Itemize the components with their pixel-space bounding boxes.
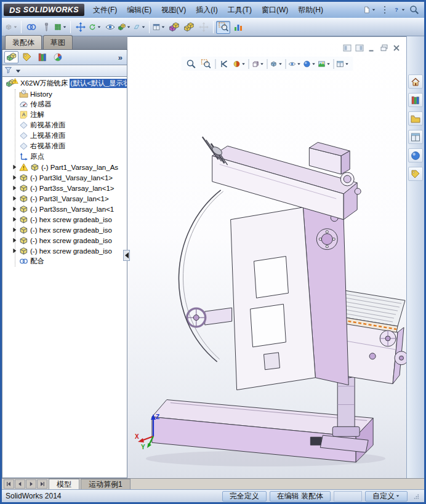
window-split-right-button[interactable] [355, 43, 364, 52]
expand-arrow-icon[interactable] [11, 238, 17, 243]
status-segment-1[interactable]: 在编辑 装配体 [270, 491, 331, 502]
menu-insert[interactable]: 插入(I) [191, 2, 222, 18]
minimize-document-button[interactable] [367, 43, 377, 52]
section-view-button[interactable] [232, 57, 246, 70]
view-settings-button-caret[interactable] [344, 62, 349, 66]
tree-item-hex-screw-2[interactable]: (-) hex screw gradeab_iso [2, 225, 127, 235]
menu-edit[interactable]: 编辑(E) [122, 2, 156, 18]
file-explorer-tab[interactable] [408, 111, 423, 126]
bill-of-materials-button[interactable] [152, 21, 166, 34]
featuremanager-tree-tab[interactable] [4, 51, 18, 63]
apply-scene-button[interactable] [317, 57, 331, 70]
status-segment-3-caret[interactable] [395, 494, 400, 498]
close-document-button[interactable] [392, 43, 401, 52]
tree-item-annotations[interactable]: A注解 [2, 110, 127, 120]
tree-item-hex-screw-3[interactable]: (-) hex screw gradeab_iso [2, 235, 127, 246]
previous-tab-button[interactable] [15, 479, 25, 489]
graphics-area[interactable]: Z X Y [127, 36, 406, 478]
model-milling-machine[interactable] [127, 37, 406, 478]
expand-arrow-icon[interactable] [11, 196, 17, 201]
panel-flyout-arrow[interactable] [123, 250, 130, 261]
displaymanager-tab[interactable] [50, 51, 65, 63]
view-orientation-button[interactable] [251, 57, 265, 70]
edit-appearance-button[interactable] [302, 57, 316, 70]
help-button[interactable]: ? [392, 4, 406, 17]
previous-view-button[interactable] [217, 57, 231, 70]
commandmanager-tab-assembly[interactable]: 装配体 [5, 35, 42, 49]
document-tab-motion-study-1[interactable]: 运动算例1 [81, 479, 131, 489]
menu-tools[interactable]: 工具(T) [223, 2, 257, 18]
exploded-view-button[interactable] [167, 21, 181, 34]
more-commands-button[interactable] [377, 4, 392, 17]
view-palette-tab[interactable] [408, 130, 423, 144]
expand-arrow-icon[interactable] [11, 217, 17, 222]
assembly-features-button[interactable] [118, 21, 132, 34]
expand-arrow-icon[interactable] [11, 248, 17, 254]
first-tab-button[interactable] [4, 479, 14, 489]
tree-item-part3ss[interactable]: (-) Part3ss_Varsay_lan<1> [2, 183, 127, 193]
window-split-left-button[interactable] [342, 43, 352, 52]
tree-item-hex-screw-4[interactable]: (-) hex screw gradeab_iso [2, 246, 127, 256]
document-tab-model[interactable]: 模型 [49, 479, 79, 489]
bill-of-materials-button-caret[interactable] [161, 25, 166, 30]
configurationmanager-tab[interactable] [35, 51, 49, 63]
move-component-button[interactable] [73, 21, 87, 34]
tree-item-front-plane[interactable]: 前视基准面 [2, 120, 127, 130]
zoom-to-fit-button[interactable] [184, 57, 198, 70]
help-button-caret[interactable] [401, 7, 406, 12]
rotate-component-button[interactable] [88, 21, 102, 34]
tree-item-hex-screw-1[interactable]: (-) hex screw gradeab_iso [2, 214, 127, 225]
tree-item-part3ssn[interactable]: (-) Part3ssn_Varsay_lan<1 [2, 204, 127, 214]
last-tab-button[interactable] [37, 479, 47, 489]
expand-arrow-icon[interactable] [11, 164, 17, 170]
next-tab-button[interactable] [26, 479, 36, 489]
design-library-tab[interactable] [408, 93, 423, 107]
display-style-button-caret[interactable] [278, 62, 283, 66]
tree-item-part3l[interactable]: (-) Part3l_Varsay_lan<1> [2, 193, 127, 204]
tree-item-history[interactable]: History [2, 89, 127, 99]
menu-help[interactable]: 帮助(H) [293, 2, 328, 18]
restore-document-button[interactable] [379, 43, 389, 52]
tree-root[interactable]: X62W万能铣床 (默认<默认_显示状态-1>) [2, 78, 127, 89]
smart-fasteners-button[interactable] [39, 21, 53, 34]
tree-item-sensors[interactable]: 传感器 [2, 99, 127, 110]
solidworks-resources-tab[interactable] [408, 74, 423, 89]
insert-components-button-caret[interactable] [13, 25, 18, 30]
edit-appearance-button-caret[interactable] [311, 62, 316, 66]
view-orientation-button-caret[interactable] [259, 62, 264, 66]
reference-geometry-button[interactable] [132, 21, 147, 34]
expand-arrow-icon[interactable] [11, 206, 17, 212]
propertymanager-tab[interactable] [20, 51, 34, 63]
view-settings-button[interactable] [336, 57, 350, 70]
tree-item-top-plane[interactable]: 上视基准面 [2, 130, 127, 141]
rotate-component-button-caret[interactable] [97, 25, 102, 30]
status-segment-0[interactable]: 完全定义 [222, 491, 267, 502]
search-button[interactable] [407, 4, 421, 17]
menu-window[interactable]: 窗口(W) [257, 2, 293, 18]
assembly-visualization-button[interactable] [231, 21, 245, 34]
menu-file[interactable]: 文件(F) [88, 2, 122, 18]
tree-item-part3ld[interactable]: (-) Part3ld_Varsay_lan<1> [2, 172, 127, 183]
expand-arrow-icon[interactable] [11, 185, 17, 191]
display-style-button[interactable] [269, 57, 283, 70]
panel-expand-chevron[interactable]: » [118, 53, 125, 62]
new-document-button-caret[interactable] [371, 7, 376, 12]
menu-view[interactable]: 视图(V) [156, 2, 191, 18]
appearances-scenes-tab[interactable] [408, 148, 423, 162]
tree-item-part1[interactable]: (-) Part1_Varsay_lan_As [2, 162, 127, 172]
expand-arrow-icon[interactable] [11, 227, 17, 233]
hide-show-items-button[interactable] [287, 57, 302, 70]
mate-button[interactable] [24, 21, 38, 34]
reference-geometry-button-caret[interactable] [141, 25, 146, 30]
show-hidden-components-button[interactable] [103, 21, 117, 34]
filter-icon[interactable] [4, 66, 12, 76]
filter-caret-icon[interactable] [14, 67, 22, 75]
custom-properties-tab[interactable] [408, 167, 423, 181]
tree-item-origin[interactable]: 原点 [2, 151, 127, 162]
interference-detection-button[interactable] [182, 21, 196, 34]
apply-scene-button-caret[interactable] [326, 62, 331, 66]
tree-item-mates[interactable]: 配合 [2, 256, 127, 266]
hide-show-items-button-caret[interactable] [296, 62, 301, 66]
expand-arrow-icon[interactable] [11, 175, 17, 180]
linear-component-pattern-button[interactable] [54, 21, 68, 34]
